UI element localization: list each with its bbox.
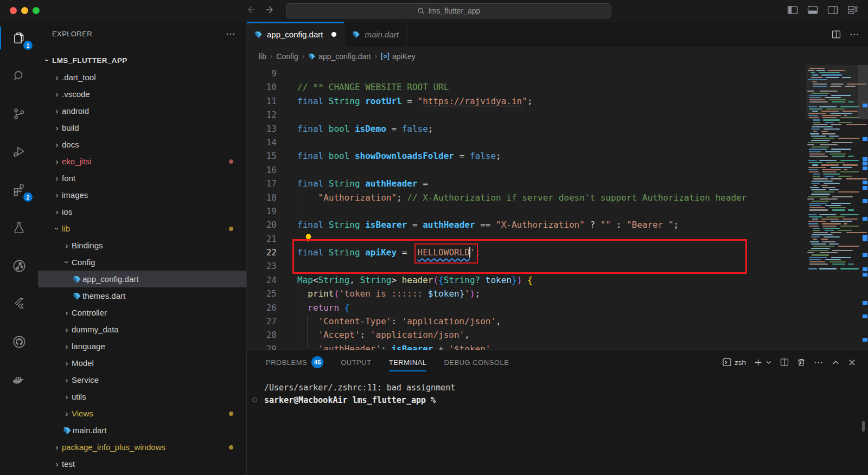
search-view-icon[interactable] — [0, 63, 38, 89]
terminal-scrollbar[interactable] — [862, 421, 865, 432]
tree-item-label: app_config.dart — [82, 274, 138, 284]
editor-scrollbar[interactable] — [858, 65, 868, 350]
run-debug-icon[interactable] — [0, 139, 38, 165]
kill-terminal-trash-icon[interactable] — [797, 358, 806, 367]
navigate-forward-icon[interactable] — [265, 4, 276, 15]
terminal-shell-selector[interactable]: zsh — [723, 358, 746, 367]
panel-tab-debug-console[interactable]: DEBUG CONSOLE — [444, 350, 509, 374]
tree-item--vscode[interactable]: ›.vscode — [38, 86, 246, 102]
breadcrumb-item[interactable]: Config — [276, 52, 298, 61]
chevron-right-icon: › — [62, 392, 72, 401]
tree-item-docs[interactable]: ›docs — [38, 136, 246, 153]
extensions-icon[interactable]: 2 — [0, 177, 38, 203]
testing-icon[interactable] — [0, 215, 38, 241]
code-line-12 — [297, 108, 796, 121]
new-terminal-icon[interactable] — [754, 358, 762, 367]
flutter-icon[interactable] — [0, 291, 38, 317]
docker-icon[interactable] — [0, 367, 38, 393]
explorer-badge: 1 — [23, 41, 33, 50]
tab-app-config-dart[interactable]: app_config.dart — [247, 22, 344, 47]
tree-item-views[interactable]: ›Views — [38, 405, 246, 422]
tree-item-bindings[interactable]: ›Bindings — [38, 237, 246, 254]
panel-tab-terminal[interactable]: TERMINAL — [389, 350, 427, 374]
minimize-window-button[interactable] — [21, 7, 28, 14]
tree-item-package-info-plus-windows[interactable]: ›package_info_plus_windows — [38, 439, 246, 455]
tree-item-label: lib — [62, 224, 70, 233]
customize-layout-icon[interactable] — [847, 5, 858, 15]
minimap[interactable] — [806, 65, 858, 350]
breadcrumb-item-symbol[interactable]: apiKey — [381, 52, 416, 61]
tree-item-label: images — [62, 190, 88, 200]
tree-item-lms-flutter-app[interactable]: ›LMS_FLUTTER_APP — [38, 52, 246, 69]
panel-more-actions-icon[interactable]: ⋯ — [814, 357, 824, 368]
navigate-back-icon[interactable] — [245, 4, 256, 15]
breadcrumb-item[interactable]: lib — [259, 52, 266, 61]
breadcrumb-item[interactable]: app_config.dart — [308, 52, 371, 61]
tree-item-lib[interactable]: ›lib — [38, 220, 246, 237]
title-bar: lms_flutter_app — [0, 0, 868, 22]
tree-item-utils[interactable]: ›utils — [38, 388, 246, 405]
diagnostic-marker — [863, 267, 867, 271]
diagnostic-marker — [863, 186, 867, 190]
close-panel-icon[interactable] — [848, 358, 856, 367]
code-line-19 — [297, 204, 796, 218]
tree-item-label: package_info_plus_windows — [62, 442, 165, 452]
zoom-window-button[interactable] — [33, 7, 40, 14]
tree-item-themes-dart[interactable]: themes.dart — [38, 287, 246, 304]
tree-item-eko-jitsi[interactable]: ›eko_jitsi — [38, 153, 246, 170]
unsaved-changes-dot[interactable] — [331, 32, 336, 37]
scrollbar-slider[interactable] — [858, 65, 868, 119]
quick-fix-lightbulb-icon[interactable] — [304, 233, 312, 243]
panel-tab-output[interactable]: OUTPUT — [341, 350, 371, 374]
tree-item-config[interactable]: ›Config — [38, 254, 246, 271]
explorer-more-actions-icon[interactable]: ⋯ — [226, 28, 235, 40]
chevron-right-icon: › — [62, 358, 72, 368]
split-terminal-icon[interactable] — [780, 358, 789, 367]
toggle-panel-icon[interactable] — [807, 5, 818, 15]
terminal-output[interactable]: /Users/sarker/.zshrc:11: bad assignments… — [247, 374, 868, 407]
command-center-search[interactable]: lms_flutter_app — [286, 3, 611, 18]
tree-item-label: font — [62, 174, 75, 183]
extensions-badge: 2 — [23, 192, 33, 202]
code-editor[interactable]: 9101112131415161718192021222324252627282… — [247, 65, 868, 350]
code-lines: // ** CHANGE WEBSITE ROOT URLfinal Strin… — [297, 67, 796, 350]
commit-graph-icon[interactable] — [0, 253, 38, 279]
close-window-button[interactable] — [10, 7, 17, 14]
tree-item-font[interactable]: ›font — [38, 170, 246, 187]
tree-item-language[interactable]: ›language — [38, 338, 246, 355]
explorer-icon[interactable]: 1 — [0, 25, 38, 51]
terminal-dropdown-chevron-icon[interactable] — [765, 359, 772, 365]
panel-tab-problems[interactable]: PROBLEMS45 — [266, 350, 323, 374]
tree-item-label: android — [62, 106, 89, 115]
toggle-primary-sidebar-icon[interactable] — [787, 5, 798, 15]
code-line-28: 'Accept': 'application/json', — [297, 328, 796, 342]
text-cursor — [469, 247, 470, 258]
editor-more-actions-icon[interactable]: ⋯ — [850, 29, 859, 40]
command-decoration-circle[interactable] — [252, 397, 257, 402]
chevron-down-icon: › — [43, 56, 52, 66]
tree-item-test[interactable]: ›test — [38, 455, 246, 472]
panel-tab-label: DEBUG CONSOLE — [444, 358, 509, 367]
github-icon[interactable] — [0, 329, 38, 355]
tree-item-model[interactable]: ›Model — [38, 355, 246, 371]
diagnostic-marker — [863, 157, 867, 161]
chevron-down-icon: › — [53, 224, 62, 234]
dart-file-icon — [308, 53, 316, 60]
tree-item-dummy-data[interactable]: ›dummy_data — [38, 321, 246, 338]
tree-item-images[interactable]: ›images — [38, 187, 246, 203]
tree-item-service[interactable]: ›Service — [38, 371, 246, 388]
tree-item-controller[interactable]: ›Controller — [38, 304, 246, 321]
tree-item-app-config-dart[interactable]: app_config.dart — [38, 271, 246, 287]
tree-item-main-dart[interactable]: main.dart — [38, 422, 246, 439]
toggle-secondary-sidebar-icon[interactable] — [827, 5, 838, 15]
window-controls[interactable] — [10, 7, 40, 14]
tab-main-dart[interactable]: main.dart — [344, 22, 407, 47]
tree-item-ios[interactable]: ›ios — [38, 203, 246, 220]
source-control-icon[interactable] — [0, 101, 38, 127]
tree-item-build[interactable]: ›build — [38, 119, 246, 136]
diagnostic-marker — [863, 166, 867, 170]
split-editor-icon[interactable] — [832, 30, 841, 39]
tree-item-android[interactable]: ›android — [38, 102, 246, 119]
tree-item--dart-tool[interactable]: ›.dart_tool — [38, 69, 246, 86]
maximize-panel-chevron-icon[interactable] — [832, 358, 840, 367]
